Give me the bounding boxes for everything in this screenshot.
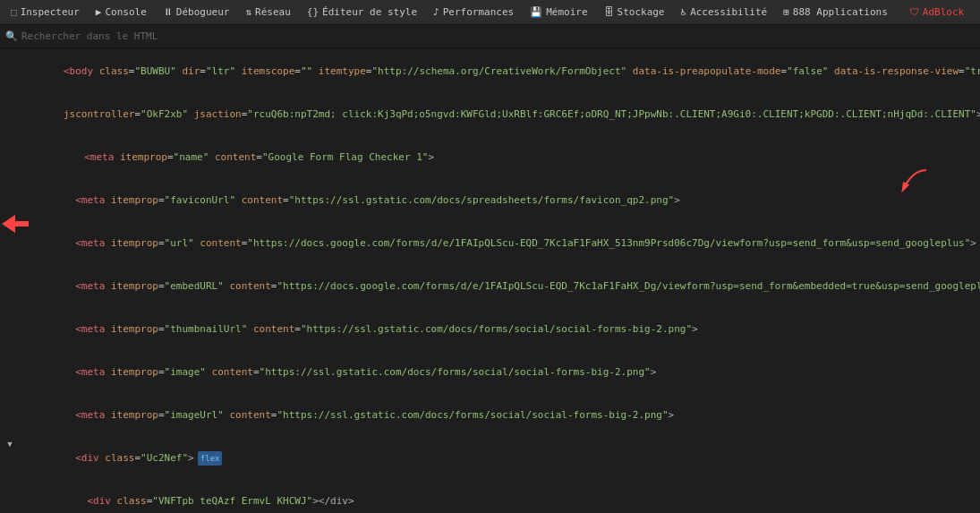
- code-line-meta-image: <meta itemprop="image" content="https://…: [0, 351, 980, 394]
- code-line-meta-name: <meta itemprop="name" content="Google Fo…: [0, 136, 980, 179]
- flex-badge: flex: [198, 451, 223, 466]
- code-line-div-vnftpb: <div class="VNFTpb teQAzf ErmvL KHCWJ"><…: [0, 480, 980, 513]
- html-code-view[interactable]: <body class="BUWBU" dir="ltr" itemscope=…: [0, 48, 980, 513]
- devtools-toolbar: ⬚ Inspecteur ▶ Console ⏸ Débogueur ⇅ Rés…: [0, 0, 980, 25]
- expand-uc2nef[interactable]: ▼: [4, 437, 16, 451]
- console-icon: ▶: [96, 6, 102, 18]
- network-label: Réseau: [255, 6, 291, 18]
- console-label: Console: [105, 6, 146, 18]
- toolbar-item-applications[interactable]: ⊞ 888 Applications: [776, 4, 895, 20]
- accessibility-icon: ♿: [681, 6, 687, 18]
- accessibility-label: Accessibilité: [690, 6, 767, 18]
- memory-icon: 💾: [530, 6, 542, 18]
- code-line-jscontroller: jscontroller="OkF2xb" jsaction="rcuQ6b:n…: [0, 93, 980, 136]
- style-label: Éditeur de style: [322, 6, 417, 18]
- debugger-label: Débogueur: [176, 6, 230, 18]
- inspector-icon: ⬚: [11, 6, 17, 18]
- code-line-body-open: <body class="BUWBU" dir="ltr" itemscope=…: [0, 50, 980, 93]
- storage-label: Stockage: [618, 6, 665, 18]
- add-tool-button[interactable]: +: [973, 4, 980, 21]
- inspector-label: Inspecteur: [21, 6, 80, 18]
- toolbar-item-performances[interactable]: ♪ Performances: [426, 4, 521, 20]
- toolbar-item-debugger[interactable]: ⏸ Débogueur: [156, 4, 237, 20]
- code-line-meta-embed: <meta itemprop="embedURL" content="https…: [0, 265, 980, 308]
- toolbar-item-adblock[interactable]: 🛡 AdBlock: [902, 4, 971, 20]
- devtools-container: ⬚ Inspecteur ▶ Console ⏸ Débogueur ⇅ Rés…: [0, 0, 980, 513]
- toolbar-item-inspector[interactable]: ⬚ Inspecteur: [4, 4, 87, 20]
- search-input[interactable]: [21, 30, 975, 42]
- search-icon: 🔍: [5, 30, 18, 42]
- toolbar-item-storage[interactable]: 🗄 Stockage: [597, 4, 672, 20]
- applications-icon: ⊞: [783, 6, 789, 18]
- memory-label: Mémoire: [546, 6, 587, 18]
- network-icon: ⇅: [245, 6, 251, 18]
- code-line-meta-url: <meta itemprop="url" content="https://do…: [0, 222, 980, 265]
- code-line-meta-imageurl: <meta itemprop="imageUrl" content="https…: [0, 394, 980, 437]
- adblock-icon: 🛡: [909, 6, 919, 18]
- toolbar-item-network[interactable]: ⇅ Réseau: [238, 4, 297, 20]
- code-line-meta-thumbnail: <meta itemprop="thumbnailUrl" content="h…: [0, 308, 980, 351]
- style-icon: {}: [307, 6, 319, 18]
- storage-icon: 🗄: [604, 6, 614, 18]
- toolbar-item-accessibility[interactable]: ♿ Accessibilité: [674, 4, 775, 20]
- applications-label: 888 Applications: [793, 6, 888, 18]
- debugger-icon: ⏸: [163, 6, 173, 18]
- html-search-bar: 🔍: [0, 25, 980, 48]
- toolbar-item-memory[interactable]: 💾 Mémoire: [523, 4, 594, 20]
- adblock-label: AdBlock: [923, 6, 964, 18]
- perf-label: Performances: [443, 6, 514, 18]
- toolbar-item-console[interactable]: ▶ Console: [89, 4, 154, 20]
- perf-icon: ♪: [433, 6, 439, 18]
- code-line-div-uc2nef: ▼ <div class="Uc2Nef">flex: [0, 437, 980, 480]
- toolbar-item-style-editor[interactable]: {} Éditeur de style: [300, 4, 424, 20]
- code-line-meta-favicon: <meta itemprop="faviconUrl" content="htt…: [0, 179, 980, 222]
